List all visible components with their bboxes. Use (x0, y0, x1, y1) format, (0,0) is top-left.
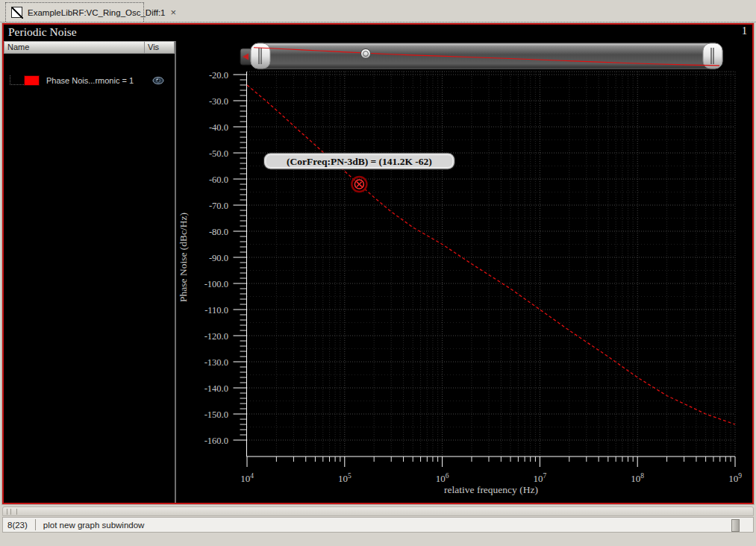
y-axis-ruler[interactable]: -20.0-30.0-40.0-50.0-60.0-70.0-80.0-90.0… (178, 70, 247, 457)
trace-table-header: Name Vis (4, 41, 175, 54)
y-axis-title: Phase Noise (dBc/Hz) (178, 213, 189, 302)
slider-right-handle[interactable] (703, 43, 722, 69)
graph-icon (11, 7, 22, 18)
status-message: plot new graph subwindow (43, 521, 145, 530)
tab-graph-window[interactable]: ExampleLibRF:VC_Ring_Osc_Diff:1 × (5, 2, 144, 22)
status-bar: 8(23) plot new graph subwindow (2, 517, 754, 533)
overview-slider[interactable] (240, 43, 722, 69)
tab-bar: ExampleLibRF:VC_Ring_Osc_Diff:1 × (0, 0, 756, 22)
status-separator (35, 519, 36, 530)
phase-noise-trace[interactable] (247, 85, 735, 424)
y-tick-label: -150.0 (204, 410, 228, 420)
subwindow-number: 1 (742, 25, 747, 37)
x-tick-label: 107 (534, 472, 547, 484)
x-tick-label: 108 (631, 472, 644, 484)
trace-color-swatch[interactable] (24, 75, 40, 86)
y-tick-label: -60.0 (209, 175, 228, 185)
x-axis-title: relative frequency (Hz) (444, 484, 538, 495)
plot-area[interactable]: -20.0-30.0-40.0-50.0-60.0-70.0-80.0-90.0… (176, 40, 752, 503)
x-tick-label: 105 (338, 472, 352, 484)
marker-annotation[interactable]: (CorFreq:PN-3dB) = (141.2K -62) (263, 153, 454, 169)
eye-icon[interactable] (152, 76, 164, 85)
tab-label: ExampleLibRF:VC_Ring_Osc_Diff:1 (28, 8, 166, 17)
close-icon[interactable]: × (171, 7, 177, 17)
y-tick-label: -50.0 (209, 148, 228, 159)
graph-subwindow: Periodic Noise 1 Name Vis Phase Nois...r… (2, 23, 754, 504)
y-tick-label: -160.0 (204, 436, 228, 446)
y-tick-label: -80.0 (209, 227, 228, 237)
toolbar-grip-icon[interactable] (7, 509, 17, 515)
marker-annotation-label: (CorFreq:PN-3dB) = (141.2K -62) (287, 156, 432, 167)
trace-panel: Name Vis Phase Nois...rmonic = 1 (4, 41, 176, 503)
status-count: 8(23) (3, 521, 35, 530)
y-tick-label: -20.0 (209, 70, 228, 81)
status-resize-grip[interactable] (731, 519, 740, 532)
y-tick-label: -30.0 (209, 96, 228, 107)
y-tick-label: -120.0 (204, 331, 228, 342)
y-tick-label: -110.0 (204, 305, 228, 316)
grid (247, 72, 735, 456)
graph-title: Periodic Noise (8, 25, 77, 39)
tree-branch-connector (10, 75, 24, 85)
x-tick-label: 106 (436, 472, 449, 484)
slider-track[interactable] (251, 43, 722, 69)
y-tick-label: -140.0 (204, 383, 228, 394)
slider-center-knob[interactable] (361, 49, 371, 59)
trace-row[interactable]: Phase Nois...rmonic = 1 (4, 74, 175, 87)
y-tick-label: -70.0 (209, 201, 228, 211)
column-header-vis[interactable]: Vis (145, 41, 175, 54)
trace-label: Phase Nois...rmonic = 1 (46, 76, 134, 85)
x-axis-ruler[interactable]: 104105106107108109relative frequency (Hz… (240, 456, 742, 495)
x-tick-label: 109 (728, 472, 742, 484)
y-tick-label: -40.0 (209, 122, 228, 133)
column-header-name[interactable]: Name (4, 41, 145, 54)
slider-left-handle[interactable] (251, 43, 270, 69)
y-tick-label: -100.0 (204, 279, 228, 289)
x-tick-label: 104 (240, 472, 254, 484)
collapsed-toolbar (2, 506, 754, 516)
y-tick-label: -90.0 (209, 253, 228, 263)
y-tick-label: -130.0 (204, 357, 228, 368)
